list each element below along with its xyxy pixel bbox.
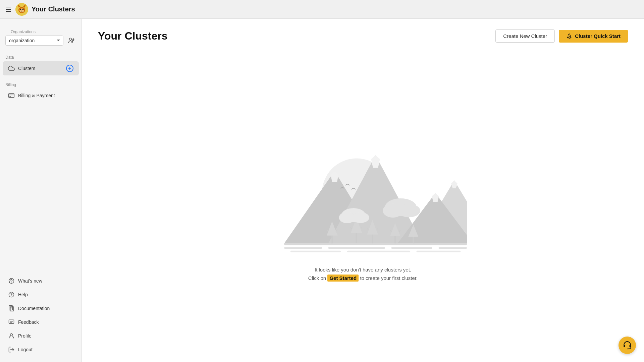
get-started-link[interactable]: Get Started (327, 275, 359, 282)
svg-rect-69 (624, 345, 625, 347)
header-actions: Create New Cluster Cluster Quick Start (495, 29, 628, 43)
svg-rect-42 (290, 251, 341, 252)
sidebar-item-clusters[interactable]: Clusters + (3, 61, 79, 75)
svg-rect-41 (438, 247, 467, 249)
documentation-label: Documentation (18, 306, 50, 311)
main-content: Your Clusters Create New Cluster Cluster… (82, 19, 644, 362)
page-title: Your Clusters (98, 30, 167, 42)
cloud-icon (8, 65, 15, 72)
svg-point-7 (21, 10, 22, 11)
rocket-icon (566, 33, 572, 39)
svg-rect-44 (417, 251, 461, 252)
svg-rect-11 (9, 94, 14, 98)
help-icon (8, 291, 15, 298)
profile-icon (8, 333, 15, 339)
sidebar-item-help[interactable]: Help (3, 288, 79, 301)
manage-org-button[interactable] (66, 36, 76, 46)
svg-point-27 (569, 36, 570, 37)
documentation-icon (8, 305, 15, 312)
empty-line2: Click on Get Started to create your firs… (308, 274, 418, 283)
floating-help-button[interactable] (619, 337, 636, 354)
headset-icon (623, 341, 632, 350)
cluster-quickstart-button[interactable]: Cluster Quick Start (559, 30, 628, 43)
org-select[interactable]: organization (5, 36, 63, 46)
svg-point-71 (628, 348, 629, 349)
svg-point-17 (11, 296, 12, 296)
svg-rect-18 (9, 306, 12, 310)
billing-section-label: Billing (0, 80, 82, 88)
top-header: ☰ Your Clusters (0, 0, 644, 19)
main-header: Your Clusters Create New Cluster Cluster… (82, 19, 644, 51)
billing-label: Billing & Payment (18, 93, 55, 98)
data-section-label: Data (0, 52, 82, 61)
svg-point-6 (22, 9, 24, 10)
clusters-label: Clusters (18, 66, 35, 71)
logout-label: Logout (18, 347, 33, 352)
svg-point-9 (72, 39, 74, 41)
svg-rect-43 (347, 251, 410, 252)
svg-line-10 (73, 39, 74, 39)
empty-line1: It looks like you don't have any cluster… (308, 265, 418, 274)
sidebar-item-whats-new[interactable]: What's new (3, 274, 79, 288)
svg-rect-22 (9, 320, 14, 323)
empty-state-text: It looks like you don't have any cluster… (308, 265, 418, 283)
quickstart-label: Cluster Quick Start (575, 33, 621, 39)
org-select-row: organization (5, 36, 76, 46)
svg-point-25 (10, 334, 13, 336)
whats-new-icon (8, 278, 15, 284)
header-title: Your Clusters (32, 5, 75, 13)
sidebar-item-profile[interactable]: Profile (3, 329, 79, 343)
logo-avatar (15, 3, 28, 16)
whats-new-label: What's new (18, 278, 42, 284)
sidebar: Organizations organization Data (0, 19, 82, 362)
profile-label: Profile (18, 333, 32, 339)
svg-rect-38 (284, 247, 322, 249)
feedback-label: Feedback (18, 319, 39, 325)
svg-point-5 (20, 9, 21, 10)
organizations-label: Organizations (5, 27, 76, 36)
svg-rect-37 (284, 243, 467, 245)
svg-point-65 (352, 212, 369, 223)
org-section: Organizations organization (0, 24, 82, 48)
svg-rect-70 (630, 345, 631, 347)
sidebar-item-feedback[interactable]: Feedback (3, 315, 79, 329)
help-label: Help (18, 292, 28, 297)
billing-icon (8, 92, 15, 99)
svg-point-68 (397, 204, 420, 217)
empty-illustration (259, 130, 467, 257)
hamburger-menu-icon[interactable]: ☰ (5, 5, 11, 13)
logout-icon (8, 346, 15, 353)
svg-rect-39 (328, 247, 385, 249)
feedback-icon (8, 319, 15, 325)
svg-point-15 (11, 282, 12, 283)
add-cluster-icon[interactable]: + (66, 65, 73, 72)
svg-point-8 (69, 38, 72, 41)
svg-marker-36 (432, 193, 439, 202)
sidebar-item-logout[interactable]: Logout (3, 343, 79, 356)
sidebar-item-billing[interactable]: Billing & Payment (3, 89, 79, 102)
sidebar-item-documentation[interactable]: Documentation (3, 302, 79, 315)
create-new-cluster-button[interactable]: Create New Cluster (495, 29, 555, 43)
empty-state: It looks like you don't have any cluster… (82, 51, 644, 362)
svg-rect-40 (391, 247, 432, 249)
